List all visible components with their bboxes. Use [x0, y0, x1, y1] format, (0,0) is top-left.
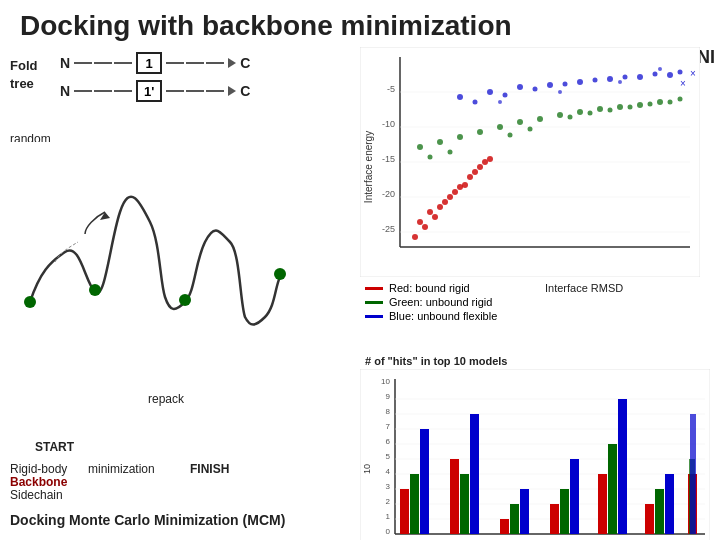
start-label: START	[35, 440, 74, 454]
svg-text:3: 3	[386, 482, 391, 491]
svg-text:-25: -25	[382, 224, 395, 234]
svg-text:-10: -10	[382, 119, 395, 129]
svg-rect-122	[608, 444, 617, 534]
svg-point-79	[658, 67, 662, 71]
svg-text:6: 6	[386, 437, 391, 446]
svg-rect-121	[598, 474, 607, 534]
minimization-label: minimization	[88, 462, 155, 476]
chain2-node: 1'	[136, 80, 162, 102]
svg-point-40	[497, 124, 503, 130]
svg-point-34	[482, 159, 488, 165]
chain1-node: 1	[136, 52, 162, 74]
svg-rect-109	[450, 459, 459, 534]
legend-blue-label: Blue: unbound flexible	[389, 310, 497, 322]
svg-text:10: 10	[362, 464, 372, 474]
rigid-body-label: Rigid-body	[10, 462, 67, 476]
legend-blue-color	[365, 315, 383, 318]
svg-point-39	[477, 129, 483, 135]
repack-label: repack	[148, 392, 184, 406]
svg-point-45	[597, 106, 603, 112]
finish-label: FINISH	[190, 462, 229, 476]
svg-point-47	[637, 102, 643, 108]
svg-point-27	[447, 194, 453, 200]
svg-point-52	[528, 127, 533, 132]
svg-text:9: 9	[386, 392, 391, 401]
svg-point-3	[24, 296, 36, 308]
svg-point-59	[678, 97, 683, 102]
backbone-label: Backbone	[10, 475, 67, 489]
chain-row-1: N 1 C	[60, 52, 250, 74]
arrow-right-2	[228, 86, 236, 96]
bar-chart-title: # of "hits" in top 10 models	[365, 355, 507, 367]
svg-point-72	[593, 78, 598, 83]
svg-text:4: 4	[386, 467, 391, 476]
svg-point-38	[457, 134, 463, 140]
svg-point-26	[442, 199, 448, 205]
svg-rect-113	[500, 519, 509, 534]
svg-rect-126	[655, 489, 664, 534]
svg-point-53	[568, 115, 573, 120]
svg-text:0: 0	[386, 527, 391, 536]
svg-point-5	[274, 268, 286, 280]
svg-point-49	[428, 155, 433, 160]
svg-rect-119	[570, 459, 579, 534]
svg-rect-114	[510, 504, 519, 534]
svg-point-42	[537, 116, 543, 122]
svg-point-2	[89, 284, 101, 296]
svg-text:-5: -5	[387, 84, 395, 94]
svg-point-61	[487, 89, 493, 95]
svg-point-65	[607, 76, 613, 82]
svg-rect-110	[460, 474, 469, 534]
svg-text:-20: -20	[382, 189, 395, 199]
svg-rect-123	[618, 399, 627, 534]
svg-rect-107	[420, 429, 429, 534]
fold-tree-diagram: N 1 C N 1'	[60, 52, 250, 102]
svg-point-30	[462, 182, 468, 188]
svg-text:×: ×	[680, 78, 686, 89]
svg-point-41	[517, 119, 523, 125]
svg-point-24	[432, 214, 438, 220]
bar-chart: 0 1 2 3 4 5 6 7 8 9 10 1DFJ	[360, 369, 710, 540]
svg-point-51	[508, 133, 513, 138]
legend: Red: bound rigid Green: unbound rigid Bl…	[365, 282, 497, 324]
right-panel: 2SNI Interface energy -5 -10 -15 -20 -25	[360, 47, 720, 532]
svg-point-64	[577, 79, 583, 85]
svg-rect-118	[560, 489, 569, 534]
svg-point-35	[487, 156, 493, 162]
svg-point-43	[557, 112, 563, 118]
svg-point-69	[503, 93, 508, 98]
svg-point-70	[533, 87, 538, 92]
svg-point-25	[437, 204, 443, 210]
svg-point-4	[179, 294, 191, 306]
svg-rect-105	[400, 489, 409, 534]
chain-row-2: N 1' C	[60, 80, 250, 102]
svg-rect-127	[665, 474, 674, 534]
page-title: Docking with backbone minimization	[0, 0, 720, 47]
svg-point-20	[412, 234, 418, 240]
svg-point-67	[667, 72, 673, 78]
svg-point-48	[657, 99, 663, 105]
main-content: Fold tree N 1 C N	[0, 47, 720, 532]
svg-point-74	[653, 72, 658, 77]
legend-red: Red: bound rigid	[365, 282, 497, 294]
svg-text:7: 7	[386, 422, 391, 431]
mcm-label: Docking Monte Carlo Minimization (MCM)	[10, 512, 285, 528]
svg-point-78	[618, 80, 622, 84]
legend-green-label: Green: unbound rigid	[389, 296, 492, 308]
svg-rect-115	[520, 489, 529, 534]
svg-point-31	[467, 174, 473, 180]
chain1-right: C	[240, 55, 250, 71]
svg-text:×: ×	[690, 68, 696, 79]
svg-point-50	[448, 150, 453, 155]
svg-point-21	[417, 219, 423, 225]
svg-text:-15: -15	[382, 154, 395, 164]
legend-green: Green: unbound rigid	[365, 296, 497, 308]
svg-point-60	[457, 94, 463, 100]
legend-green-color	[365, 301, 383, 304]
svg-text:1: 1	[386, 512, 391, 521]
arrow-right-1	[228, 58, 236, 68]
svg-rect-131	[690, 414, 696, 534]
svg-point-22	[422, 224, 428, 230]
chain2-left: N	[60, 83, 70, 99]
svg-point-54	[588, 111, 593, 116]
